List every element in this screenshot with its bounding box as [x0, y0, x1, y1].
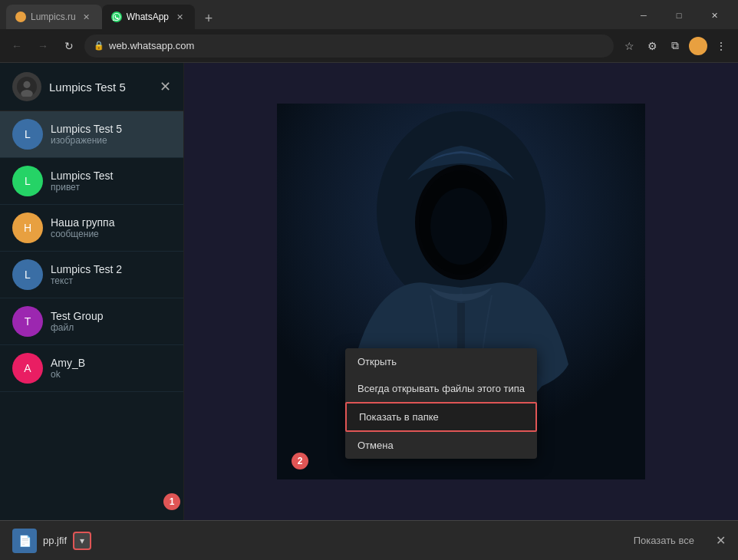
window-close-button[interactable]: ✕	[697, 5, 732, 26]
new-tab-button[interactable]: +	[198, 8, 219, 29]
download-file-icon: 📄	[12, 529, 37, 553]
sidebar-header: Lumpics Test 5 ✕	[0, 63, 183, 111]
chat-name-3: Наша группа	[51, 216, 171, 229]
chat-name-4: Lumpics Test 2	[51, 263, 171, 275]
chat-avatar-6: A	[12, 353, 43, 384]
maximize-button[interactable]: □	[661, 5, 697, 26]
context-menu: Открыть Всегда открывать файлы этого тип…	[345, 348, 537, 459]
profile-avatar	[689, 37, 707, 55]
chat-name-1: Lumpics Test 5	[51, 123, 171, 135]
download-bar: 📄 pp.jfif ▾ Показать все ✕	[0, 520, 738, 560]
chat-preview-3: сообщение	[51, 229, 171, 239]
lumpics-favicon	[15, 12, 26, 22]
chat-preview-4: текст	[51, 275, 171, 286]
sidebar: Lumpics Test 5 ✕ L Lumpics Test 5 изобра…	[0, 63, 184, 520]
bookmark-button[interactable]: ☆	[618, 35, 640, 57]
chat-avatar-3: Н	[12, 212, 43, 243]
ctx-cancel[interactable]: Отмена	[345, 432, 537, 459]
chat-info-6: Amy_B ok	[51, 357, 171, 380]
main-content: Lumpics Test 5 ✕ L Lumpics Test 5 изобра…	[0, 63, 738, 520]
svg-point-8	[430, 188, 492, 265]
badge-1: 1	[163, 493, 180, 510]
chat-item-6[interactable]: A Amy_B ok	[0, 345, 183, 392]
chat-preview-2: привет	[51, 182, 171, 193]
back-button[interactable]: ←	[6, 35, 28, 57]
chat-info-4: Lumpics Test 2 текст	[51, 263, 171, 286]
tab-whatsapp-close[interactable]: ✕	[173, 11, 186, 23]
sidebar-contact-name: Lumpics Test 5	[49, 81, 126, 94]
chat-avatar-2: L	[12, 166, 43, 196]
minimize-button[interactable]: ─	[626, 5, 661, 26]
ctx-always-open[interactable]: Всегда открывать файлы этого типа	[345, 375, 537, 402]
chat-info-1: Lumpics Test 5 изображение	[51, 123, 171, 146]
tab-lumpics-close[interactable]: ✕	[81, 11, 93, 23]
chat-preview-1: изображение	[51, 135, 171, 146]
lock-icon: 🔒	[94, 41, 104, 51]
chat-preview-6: ok	[51, 369, 171, 380]
chat-avatar-1: L	[12, 119, 43, 150]
chat-preview-5: файл	[51, 322, 171, 333]
tab-bar: Lumpics.ru ✕ WhatsApp ✕ + ─ □ ✕	[0, 0, 738, 29]
chat-name-6: Amy_B	[51, 357, 171, 369]
svg-point-1	[23, 81, 30, 88]
ctx-show-in-folder[interactable]: Показать в папке	[345, 402, 537, 432]
chat-item-3[interactable]: Н Наша группа сообщение	[0, 205, 183, 252]
ctx-open[interactable]: Открыть	[345, 348, 537, 375]
chat-info-3: Наша группа сообщение	[51, 216, 171, 239]
shield-button[interactable]: ⚙	[641, 35, 663, 57]
image-viewer: Открыть Всегда открывать файлы этого тип…	[184, 63, 738, 520]
profile-button[interactable]	[687, 35, 709, 57]
browser-frame: Lumpics.ru ✕ WhatsApp ✕ + ─ □ ✕ ← → ↻ 🔒 …	[0, 0, 738, 560]
toolbar-right: ☆ ⚙ ⧉ ⋮	[618, 35, 732, 57]
tab-whatsapp[interactable]: WhatsApp ✕	[102, 5, 195, 29]
chat-item-5[interactable]: T Test Group файл	[0, 298, 183, 345]
refresh-button[interactable]: ↻	[58, 35, 80, 57]
chat-item-2[interactable]: L Lumpics Test привет	[0, 158, 183, 205]
chat-info-5: Test Group файл	[51, 310, 171, 333]
tab-lumpics-title: Lumpics.ru	[31, 12, 76, 22]
chat-avatar-5: T	[12, 306, 43, 337]
chat-name-2: Lumpics Test	[51, 170, 171, 182]
extensions-button[interactable]: ⧉	[664, 35, 686, 57]
forward-button[interactable]: →	[32, 35, 54, 57]
chat-name-5: Test Group	[51, 310, 171, 322]
download-close-button[interactable]: ✕	[716, 533, 726, 548]
sidebar-avatar	[12, 72, 41, 101]
tab-whatsapp-title: WhatsApp	[127, 12, 169, 22]
whatsapp-favicon	[111, 12, 122, 22]
chat-item-4[interactable]: L Lumpics Test 2 текст	[0, 252, 183, 298]
tab-lumpics[interactable]: Lumpics.ru ✕	[6, 5, 102, 29]
address-bar: ← → ↻ 🔒 web.whatsapp.com ☆ ⚙ ⧉ ⋮	[0, 29, 738, 63]
chat-item-1[interactable]: L Lumpics Test 5 изображение	[0, 111, 183, 158]
url-text: web.whatsapp.com	[109, 40, 605, 51]
download-chevron-button[interactable]: ▾	[73, 532, 91, 550]
window-controls: ─ □ ✕	[626, 5, 732, 26]
chat-list: L Lumpics Test 5 изображение L Lumpics T…	[0, 111, 183, 520]
chat-info-2: Lumpics Test привет	[51, 170, 171, 193]
menu-button[interactable]: ⋮	[710, 35, 732, 57]
chat-avatar-4: L	[12, 259, 43, 290]
url-bar[interactable]: 🔒 web.whatsapp.com	[84, 35, 614, 58]
show-all-button[interactable]: Показать все	[624, 530, 703, 551]
sidebar-close-icon[interactable]: ✕	[160, 78, 171, 95]
badge-2: 2	[292, 453, 308, 469]
download-filename: pp.jfif	[43, 535, 67, 546]
